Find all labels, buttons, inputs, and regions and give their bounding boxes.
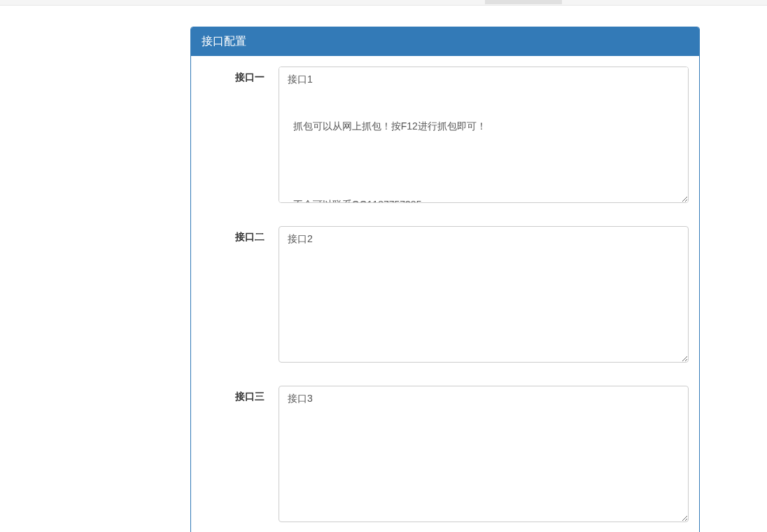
field-group-interface-3: 接口三 [202, 386, 689, 524]
main-container: 接口配置 接口一 接口二 接口三 [0, 6, 767, 532]
panel-body: 接口一 接口二 接口三 [191, 56, 699, 532]
label-interface-2: 接口二 [202, 226, 279, 365]
label-interface-3: 接口三 [202, 386, 279, 524]
field-group-interface-2: 接口二 [202, 226, 689, 365]
top-bar [0, 0, 767, 6]
field-wrapper-1 [279, 66, 689, 205]
field-group-interface-1: 接口一 [202, 66, 689, 205]
interface-config-panel: 接口配置 接口一 接口二 接口三 [190, 27, 700, 532]
panel-title: 接口配置 [191, 27, 699, 56]
label-interface-1: 接口一 [202, 66, 279, 205]
field-wrapper-2 [279, 226, 689, 365]
textarea-interface-1[interactable] [279, 66, 689, 203]
field-wrapper-3 [279, 386, 689, 524]
top-tab-indicator [485, 0, 562, 4]
textarea-interface-2[interactable] [279, 226, 689, 363]
textarea-interface-3[interactable] [279, 386, 689, 522]
